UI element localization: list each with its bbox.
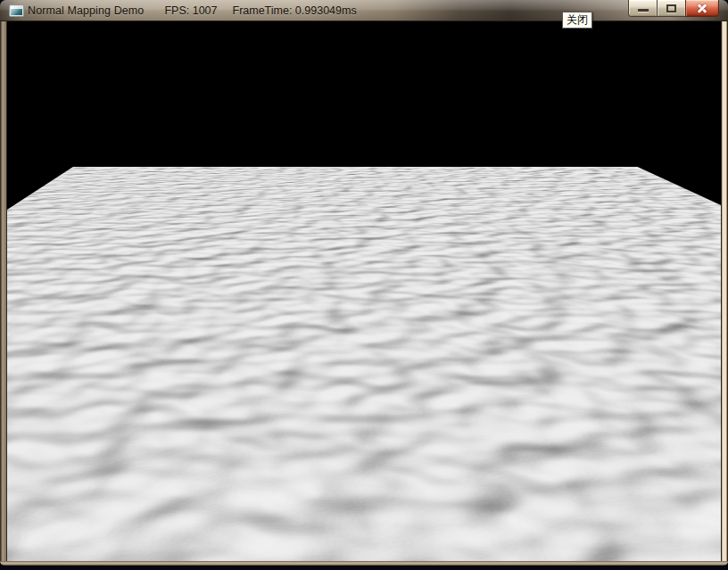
window-title: Normal Mapping Demo bbox=[28, 4, 144, 17]
maximize-button[interactable] bbox=[657, 0, 686, 17]
window-controls bbox=[628, 0, 719, 17]
close-button-tooltip: 关闭 bbox=[562, 12, 592, 29]
render-viewport[interactable] bbox=[7, 21, 721, 561]
maximize-icon bbox=[666, 4, 676, 12]
frametime-counter: FrameTime: 0.993049ms bbox=[233, 4, 357, 17]
app-window: Normal Mapping Demo FPS: 1007 FrameTime:… bbox=[0, 0, 728, 566]
application-window-icon[interactable] bbox=[9, 4, 24, 17]
close-button[interactable] bbox=[685, 0, 719, 17]
window-resize-border-right[interactable] bbox=[721, 21, 728, 561]
minimize-icon bbox=[638, 9, 649, 12]
titlebar[interactable]: Normal Mapping Demo FPS: 1007 FrameTime:… bbox=[0, 0, 728, 21]
window-resize-border-left[interactable] bbox=[0, 21, 7, 561]
minimize-button[interactable] bbox=[628, 0, 658, 17]
stone-floor-plane bbox=[7, 21, 721, 561]
screen: { "window": { "title": "Normal Mapping D… bbox=[0, 0, 728, 570]
fps-counter: FPS: 1007 bbox=[164, 4, 217, 17]
close-icon bbox=[696, 2, 708, 14]
desktop-background bbox=[0, 566, 728, 570]
